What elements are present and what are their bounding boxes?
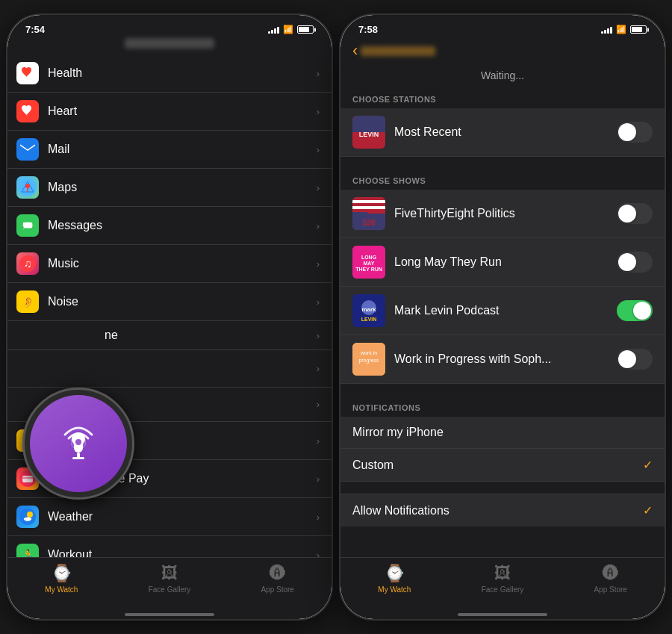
svg-text:👂: 👂 bbox=[22, 296, 35, 308]
mirror-iphone-row[interactable]: Mirror my iPhone bbox=[340, 417, 665, 449]
svg-rect-26 bbox=[72, 457, 84, 459]
chevron-icon: › bbox=[317, 330, 320, 341]
settings-item-workout[interactable]: 🏃 Workout › bbox=[7, 536, 332, 557]
show-levin-row[interactable]: mark LEVIN Mark Levin Podcast bbox=[340, 287, 665, 335]
home-indicator-right bbox=[458, 613, 547, 616]
settings-item-podcasts[interactable]: › bbox=[7, 350, 332, 388]
svg-text:mark: mark bbox=[361, 306, 376, 313]
appstore-tab-icon: 🅐 bbox=[270, 564, 286, 583]
signal-icon bbox=[268, 26, 279, 34]
svg-text:LONG: LONG bbox=[361, 255, 377, 260]
show-538-row[interactable]: 538 FiveThirtyEight Politics bbox=[340, 190, 665, 238]
tab-my-watch-right[interactable]: ⌚ My Watch bbox=[340, 564, 449, 594]
svg-rect-36 bbox=[352, 209, 385, 212]
custom-row[interactable]: Custom ✓ bbox=[340, 449, 665, 482]
svg-rect-34 bbox=[352, 203, 385, 206]
settings-item-noise[interactable]: 👂 Noise › bbox=[7, 283, 332, 321]
heart-icon bbox=[16, 100, 39, 122]
chevron-icon: › bbox=[317, 512, 320, 523]
most-recent-label: Most Recent bbox=[394, 125, 617, 139]
show-longmay-toggle[interactable] bbox=[617, 252, 653, 273]
chevron-icon: › bbox=[317, 220, 320, 231]
chevron-icon: › bbox=[317, 399, 320, 410]
show-longmay-thumb: LONG MAY THEY RUN bbox=[352, 246, 385, 279]
tab-app-store-right[interactable]: 🅐 App Store bbox=[556, 564, 665, 594]
watch-tab-icon-right: ⌚ bbox=[385, 564, 405, 583]
notifications-section: NOTIFICATIONS Mirror my iPhone Custom ✓ bbox=[340, 396, 665, 482]
svg-rect-15 bbox=[22, 477, 33, 479]
svg-point-24 bbox=[75, 439, 81, 445]
tab-my-watch-left[interactable]: ⌚ My Watch bbox=[7, 564, 116, 594]
show-wip-toggle[interactable] bbox=[617, 349, 653, 370]
settings-item-messages[interactable]: Messages › bbox=[7, 207, 332, 245]
show-538-toggle[interactable] bbox=[617, 203, 653, 224]
settings-item-mail[interactable]: Mail › bbox=[7, 131, 332, 169]
settings-item-music[interactable]: ♫ Music › bbox=[7, 245, 332, 283]
show-levin-toggle[interactable] bbox=[617, 300, 653, 321]
allow-notif-checkmark-icon: ✓ bbox=[643, 503, 653, 518]
wifi-icon-right: 📶 bbox=[616, 25, 626, 34]
svg-rect-32 bbox=[352, 197, 385, 200]
back-button[interactable]: ‹ bbox=[352, 41, 435, 60]
signal-icon-right bbox=[601, 26, 612, 34]
maps-icon bbox=[16, 176, 39, 199]
left-status-icons: 📶 bbox=[268, 25, 314, 34]
workout-icon: 🏃 bbox=[16, 544, 39, 557]
home-indicator-left bbox=[125, 613, 214, 616]
music-icon: ♫ bbox=[16, 252, 39, 275]
most-recent-row[interactable]: LEVIN Most Recent bbox=[340, 108, 665, 157]
svg-rect-35 bbox=[352, 206, 385, 209]
right-scroll-content[interactable]: CHOOSE STATIONS LEVIN Most Recent bbox=[340, 87, 665, 557]
music-label: Music bbox=[48, 257, 317, 270]
svg-text:progress: progress bbox=[358, 358, 379, 364]
svg-rect-1 bbox=[27, 70, 28, 75]
tab-app-store-left[interactable]: 🅐 App Store bbox=[223, 564, 332, 594]
watch-tab-icon: ⌚ bbox=[52, 564, 72, 583]
svg-text:🏃: 🏃 bbox=[22, 549, 35, 557]
settings-item-heart[interactable]: Heart › bbox=[7, 93, 332, 131]
svg-text:♫: ♫ bbox=[24, 258, 32, 270]
tab-face-gallery-label: Face Gallery bbox=[149, 585, 191, 594]
show-wip-row[interactable]: work in progress Work in Progress with S… bbox=[340, 335, 665, 384]
battery-icon bbox=[297, 25, 314, 34]
notifications-header: NOTIFICATIONS bbox=[340, 396, 665, 417]
custom-label: Custom bbox=[352, 459, 643, 472]
user-name-blurred bbox=[125, 38, 214, 49]
chevron-icon: › bbox=[317, 106, 320, 117]
health-label: Health bbox=[48, 66, 317, 80]
chevron-icon: › bbox=[317, 473, 320, 485]
mirror-iphone-label: Mirror my iPhone bbox=[352, 426, 653, 439]
settings-item-weather[interactable]: Weather › bbox=[7, 498, 332, 536]
tab-face-gallery-right[interactable]: 🖼 Face Gallery bbox=[449, 564, 557, 594]
noise-icon: 👂 bbox=[16, 290, 39, 313]
chevron-icon: › bbox=[317, 296, 320, 308]
svg-text:LEVIN: LEVIN bbox=[361, 317, 377, 322]
right-phone: 7:58 📶 ‹ bbox=[340, 15, 665, 619]
messages-icon bbox=[16, 214, 39, 237]
face-tab-icon: 🖼 bbox=[161, 564, 178, 583]
waiting-text: Waiting... bbox=[340, 66, 665, 87]
svg-text:MAY: MAY bbox=[364, 261, 375, 266]
show-wip-thumb: work in progress bbox=[352, 343, 385, 376]
svg-rect-33 bbox=[352, 200, 385, 203]
back-label-blurred bbox=[361, 46, 435, 56]
right-time: 7:58 bbox=[358, 24, 378, 35]
weather-icon bbox=[16, 506, 39, 528]
podcast-overlay bbox=[22, 388, 134, 500]
right-status-icons: 📶 bbox=[601, 25, 647, 34]
show-levin-label: Mark Levin Podcast bbox=[394, 304, 617, 317]
most-recent-toggle[interactable] bbox=[617, 122, 653, 143]
settings-item-maps[interactable]: Maps › bbox=[7, 169, 332, 207]
show-538-thumb: 538 bbox=[352, 197, 385, 230]
left-tab-bar: ⌚ My Watch 🖼 Face Gallery 🅐 App Store bbox=[7, 557, 332, 609]
tab-my-watch-label-right: My Watch bbox=[378, 585, 411, 594]
svg-text:work in: work in bbox=[360, 350, 377, 355]
settings-item-phone[interactable]: ne › bbox=[7, 321, 332, 350]
settings-item-health[interactable]: Health › bbox=[7, 55, 332, 93]
show-longmay-row[interactable]: LONG MAY THEY RUN Long May They Run bbox=[340, 238, 665, 287]
tab-face-gallery-left[interactable]: 🖼 Face Gallery bbox=[116, 564, 224, 594]
messages-label: Messages bbox=[48, 219, 317, 232]
allow-notif-row[interactable]: Allow Notifications ✓ bbox=[340, 494, 665, 526]
svg-text:538: 538 bbox=[363, 219, 376, 227]
chevron-icon: › bbox=[317, 182, 320, 193]
